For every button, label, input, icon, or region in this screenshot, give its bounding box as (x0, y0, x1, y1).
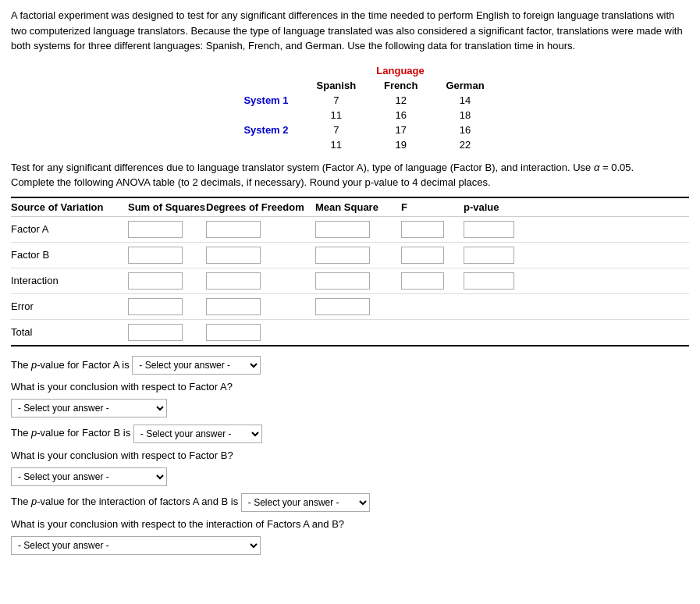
q3-select-wrapper[interactable]: - Select your answer - less than or equa… (133, 425, 262, 443)
ms-factor-a-input[interactable] (315, 221, 370, 238)
f-factor-b-input[interactable] (401, 247, 444, 264)
question-block-2: The p-value for Factor B is - Select you… (11, 424, 689, 486)
q4-label: What is your conclusion with respect to … (11, 446, 689, 464)
q2-label: What is your conclusion with respect to … (11, 378, 689, 396)
anova-table: Source of Variation Sum of Squares Degre… (11, 197, 689, 346)
ss-error[interactable] (128, 298, 206, 315)
s1-spanish-2: 11 (303, 108, 371, 123)
q5-text-prefix: The p-value for the interaction of facto… (11, 496, 241, 507)
df-factor-a[interactable] (206, 221, 315, 238)
df-error-input[interactable] (206, 298, 261, 315)
q1-select-wrapper[interactable]: - Select your answer - less than or equa… (132, 356, 261, 375)
instructions: Test for any significant differences due… (11, 160, 689, 190)
ss-total[interactable] (128, 324, 206, 341)
ss-error-input[interactable] (128, 298, 183, 315)
ss-factor-a-input[interactable] (128, 221, 183, 238)
header-df: Degrees of Freedom (206, 201, 315, 213)
pval-interaction[interactable] (464, 272, 534, 290)
table-row-interaction: Interaction (11, 268, 689, 294)
pval-factor-a-input[interactable] (464, 221, 514, 238)
df-factor-b[interactable] (206, 247, 315, 264)
instruction-line2: Complete the following ANOVA table (to 2… (11, 175, 689, 190)
anova-header: Source of Variation Sum of Squares Degre… (11, 197, 689, 217)
pval-interaction-input[interactable] (464, 272, 514, 290)
question-block-3: The p-value for the interaction of facto… (11, 492, 689, 555)
df-interaction-input[interactable] (206, 272, 261, 290)
header-pval: p-value (464, 201, 534, 213)
f-factor-a[interactable] (401, 221, 464, 238)
col-french: French (370, 78, 432, 93)
source-factor-b: Factor B (11, 249, 128, 261)
s1-german-1: 14 (432, 93, 498, 108)
q5-select[interactable]: - Select your answer - less than or equa… (241, 493, 370, 512)
pval-factor-a[interactable] (464, 221, 534, 238)
q3-text-prefix: The p-value for Factor B is (11, 427, 133, 439)
ss-interaction-input[interactable] (128, 272, 183, 290)
header-source: Source of Variation (11, 201, 128, 213)
pval-factor-b-input[interactable] (464, 247, 514, 264)
system2-label: System 2 (229, 123, 302, 137)
s1-spanish-1: 7 (303, 93, 371, 108)
f-interaction-input[interactable] (401, 272, 444, 290)
s1-french-1: 12 (370, 93, 432, 108)
df-factor-b-input[interactable] (206, 247, 261, 264)
source-factor-a: Factor A (11, 223, 128, 235)
df-error[interactable] (206, 298, 315, 315)
table-row-factor-b: Factor B (11, 243, 689, 268)
source-interaction: Interaction (11, 275, 128, 286)
q4-select[interactable]: - Select your answer - Factor B is signi… (11, 467, 167, 486)
s2-spanish-2: 11 (303, 137, 371, 152)
df-total-input[interactable] (206, 324, 261, 341)
header-f: F (401, 201, 464, 213)
f-factor-a-input[interactable] (401, 221, 444, 238)
question-block-1: The p-value for Factor A is - Select you… (11, 356, 689, 418)
col-spanish: Spanish (303, 78, 371, 93)
ss-interaction[interactable] (128, 272, 206, 290)
ms-factor-b-input[interactable] (315, 247, 370, 264)
q1-text-prefix: The p-value for Factor A is (11, 359, 132, 371)
s2-german-1: 16 (432, 123, 498, 137)
ms-factor-a[interactable] (315, 221, 401, 238)
col-german: German (432, 78, 498, 93)
data-table: Language Spanish French German System 1 … (11, 63, 689, 152)
ss-total-input[interactable] (128, 324, 183, 341)
f-factor-b[interactable] (401, 247, 464, 264)
q6-select[interactable]: - Select your answer - Interaction is si… (11, 536, 261, 555)
table-row-factor-a: Factor A (11, 217, 689, 243)
s2-german-2: 22 (432, 137, 498, 152)
df-interaction[interactable] (206, 272, 315, 290)
s1-german-2: 18 (432, 108, 498, 123)
language-header: Language (303, 63, 499, 78)
header-ms: Mean Square (315, 201, 401, 213)
ss-factor-b-input[interactable] (128, 247, 183, 264)
ss-factor-a[interactable] (128, 221, 206, 238)
source-total: Total (11, 326, 128, 338)
header-ss: Sum of Squares (128, 201, 206, 213)
pval-factor-b[interactable] (464, 247, 534, 264)
s2-french-1: 17 (370, 123, 432, 137)
q3-select[interactable]: - Select your answer - less than or equa… (133, 425, 262, 443)
ms-factor-b[interactable] (315, 247, 401, 264)
ms-interaction[interactable] (315, 272, 401, 290)
instruction-line1: Test for any significant differences due… (11, 160, 689, 176)
table-row-error: Error (11, 294, 689, 320)
s1-french-2: 16 (370, 108, 432, 123)
ms-error-input[interactable] (315, 298, 370, 315)
source-error: Error (11, 300, 128, 312)
q2-select[interactable]: - Select your answer - Factor A is signi… (11, 399, 167, 417)
df-total[interactable] (206, 324, 315, 341)
table-row-total: Total (11, 320, 689, 346)
system1-label: System 1 (229, 93, 302, 108)
s2-french-2: 19 (370, 137, 432, 152)
ms-interaction-input[interactable] (315, 272, 370, 290)
intro-paragraph: A factorial experiment was designed to t… (11, 8, 689, 54)
q6-label: What is your conclusion with respect to … (11, 515, 689, 533)
s2-spanish-1: 7 (303, 123, 371, 137)
ms-error[interactable] (315, 298, 401, 315)
df-factor-a-input[interactable] (206, 221, 261, 238)
q5-select-wrapper[interactable]: - Select your answer - less than or equa… (241, 493, 370, 512)
f-interaction[interactable] (401, 272, 464, 290)
q1-select[interactable]: - Select your answer - less than or equa… (132, 356, 261, 375)
ss-factor-b[interactable] (128, 247, 206, 264)
